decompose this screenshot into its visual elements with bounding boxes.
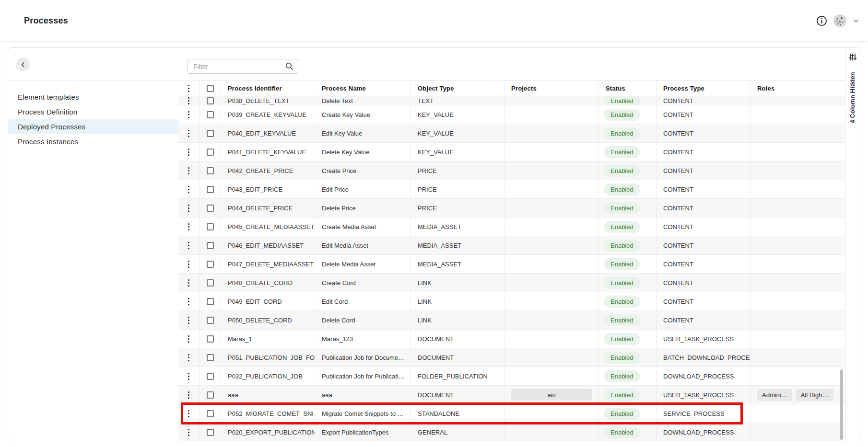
row-checkbox[interactable]: [207, 242, 214, 249]
sidebar-item-process-instances[interactable]: Process Instances: [8, 134, 178, 149]
table-row[interactable]: aaaaaaDOCUMENTaioEnabledUSER_TASK_PROCES…: [178, 386, 846, 404]
kebab-menu-icon[interactable]: [186, 96, 191, 105]
kebab-menu-icon[interactable]: [186, 165, 191, 176]
kebab-menu-icon[interactable]: [186, 240, 191, 251]
column-header-object-type[interactable]: Object Type: [411, 81, 504, 96]
table-row[interactable]: P047_DELETE_MEDIAASSETDelete Media Asset…: [178, 255, 846, 274]
status-badge: Enabled: [604, 296, 640, 308]
table-row[interactable]: P042_CREATE_PRICECreate PricePRICEEnable…: [178, 161, 846, 180]
column-header-roles[interactable]: Roles: [750, 81, 846, 96]
kebab-menu-icon[interactable]: [186, 221, 191, 232]
table-row[interactable]: P041_DELETE_KEYVALUEDelete Key ValueKEY_…: [178, 143, 846, 161]
row-checkbox[interactable]: [207, 130, 214, 137]
row-checkbox[interactable]: [207, 261, 214, 268]
process-name: Create Key Value: [322, 111, 370, 118]
table-row[interactable]: P040_EDIT_KEYVALUEEdit Key ValueKEY_VALU…: [178, 124, 846, 143]
row-checkbox[interactable]: [207, 298, 214, 305]
kebab-menu-icon[interactable]: [186, 259, 191, 270]
user-avatar[interactable]: [833, 14, 846, 27]
sidebar-nav: Element templatesProcess DefinitionDeplo…: [8, 80, 178, 149]
role-badge[interactable]: Admini…: [757, 389, 792, 401]
row-checkbox[interactable]: [207, 223, 214, 230]
object-type: PRICE: [418, 205, 437, 212]
back-button[interactable]: [16, 57, 30, 71]
column-header-process-name[interactable]: Process Name: [315, 81, 411, 96]
process-type: BATCH_DOWNLOAD_PROCE…: [663, 354, 750, 361]
vertical-scrollbar[interactable]: [840, 369, 843, 440]
select-all-checkbox[interactable]: [207, 85, 214, 92]
row-checkbox[interactable]: [207, 429, 214, 436]
kebab-menu-icon[interactable]: [186, 83, 191, 94]
table-row[interactable]: P051_PUBLICATION_JOB_FO…Publication Job …: [178, 348, 846, 367]
filter-input[interactable]: [188, 59, 298, 74]
row-checkbox[interactable]: [207, 205, 214, 212]
kebab-menu-icon[interactable]: [186, 408, 191, 419]
kebab-menu-icon[interactable]: [186, 390, 191, 401]
object-type: DOCUMENT: [418, 391, 454, 399]
process-type: CONTENT: [663, 223, 693, 230]
search-icon[interactable]: [285, 62, 294, 71]
status-badge: Enabled: [604, 221, 640, 233]
table-row[interactable]: P020_EXPORT_PUBLICATION…Export Publicati…: [178, 423, 846, 441]
object-type: DOCUMENT: [418, 354, 454, 361]
process-identifier: P046_EDIT_MEDIAASSET: [228, 242, 304, 249]
project-badge[interactable]: aio: [511, 389, 592, 401]
kebab-menu-icon[interactable]: [186, 184, 191, 195]
row-checkbox[interactable]: [207, 111, 214, 118]
process-identifier: P032_PUBLICATION_JOB: [228, 373, 303, 380]
sidebar-item-element-templates[interactable]: Element templates: [8, 90, 178, 104]
table-row[interactable]: P044_DELETE_PRICEDelete PricePRICEEnable…: [178, 199, 846, 218]
column-header-process-identifier[interactable]: Process Identifier: [221, 81, 315, 96]
row-checkbox[interactable]: [207, 354, 214, 361]
column-header-status[interactable]: Status: [598, 81, 656, 96]
table-row[interactable]: P043_EDIT_PRICEEdit PricePRICEEnabledCON…: [178, 180, 846, 199]
object-type: FOLDER_PUBLICATION: [418, 373, 488, 380]
kebab-menu-icon[interactable]: [186, 128, 191, 139]
info-icon[interactable]: [816, 15, 827, 26]
row-checkbox[interactable]: [207, 279, 214, 287]
row-checkbox[interactable]: [207, 410, 214, 417]
kebab-menu-icon[interactable]: [186, 296, 191, 307]
kebab-menu-icon[interactable]: [186, 109, 191, 120]
kebab-menu-icon[interactable]: [186, 277, 191, 288]
kebab-menu-icon[interactable]: [186, 427, 191, 438]
row-checkbox[interactable]: [207, 317, 214, 324]
row-checkbox[interactable]: [207, 373, 214, 380]
row-checkbox[interactable]: [207, 167, 214, 174]
table-row[interactable]: P046_EDIT_MEDIAASSETEdit Media AssetMEDI…: [178, 236, 846, 255]
chevron-down-icon[interactable]: [853, 18, 859, 24]
kebab-menu-icon[interactable]: [186, 147, 191, 158]
kebab-menu-icon[interactable]: [186, 371, 191, 382]
sidebar-item-process-definition[interactable]: Process Definition: [8, 104, 178, 119]
status-badge: Enabled: [604, 333, 640, 345]
column-settings-icon[interactable]: [848, 53, 857, 61]
kebab-menu-icon[interactable]: [186, 203, 191, 214]
table-row[interactable]: P050_DELETE_CORDDelete CordLINKEnabledCO…: [178, 311, 846, 330]
table-row[interactable]: P038_DELETE_TEXTDelete TextTEXTEnabledCO…: [178, 96, 846, 105]
status-badge: Enabled: [604, 258, 640, 270]
main-panel: Element templatesProcess DefinitionDeplo…: [8, 47, 860, 441]
table-row[interactable]: P039_CREATE_KEYVALUECreate Key ValueKEY_…: [178, 105, 846, 124]
row-checkbox[interactable]: [207, 391, 214, 399]
table-row[interactable]: P052_MIGRATE_COMET_SNI…Migrate Comet Sni…: [178, 404, 846, 423]
table-row[interactable]: Maras_1Maras_123DOCUMENTEnabledUSER_TASK…: [178, 330, 846, 348]
kebab-menu-icon[interactable]: [186, 352, 191, 363]
row-checkbox[interactable]: [207, 149, 214, 156]
row-checkbox[interactable]: [207, 335, 214, 343]
sidebar-item-deployed-processes[interactable]: Deployed Processes: [8, 119, 178, 134]
role-badge[interactable]: All Righ…: [796, 389, 833, 401]
process-name: Edit Cord: [322, 298, 348, 305]
row-checkbox[interactable]: [207, 186, 214, 193]
table-row[interactable]: P049_EDIT_CORDEdit CordLINKEnabledCONTEN…: [178, 292, 846, 311]
row-checkbox[interactable]: [207, 97, 214, 104]
column-header-projects[interactable]: Projects: [504, 81, 598, 96]
table-row[interactable]: P045_CREATE_MEDIAASSETCreate Media Asset…: [178, 218, 846, 236]
kebab-menu-icon[interactable]: [186, 315, 191, 326]
object-type: LINK: [418, 317, 432, 324]
table-row[interactable]: P032_PUBLICATION_JOBPublication Job for …: [178, 367, 846, 386]
table-row[interactable]: P048_CREATE_CORDCreate CordLINKEnabledCO…: [178, 274, 846, 292]
kebab-menu-icon[interactable]: [186, 333, 191, 344]
process-name: aaa: [322, 391, 332, 399]
column-header-process-type[interactable]: Process Type: [656, 81, 750, 96]
process-type: CONTENT: [663, 149, 693, 156]
